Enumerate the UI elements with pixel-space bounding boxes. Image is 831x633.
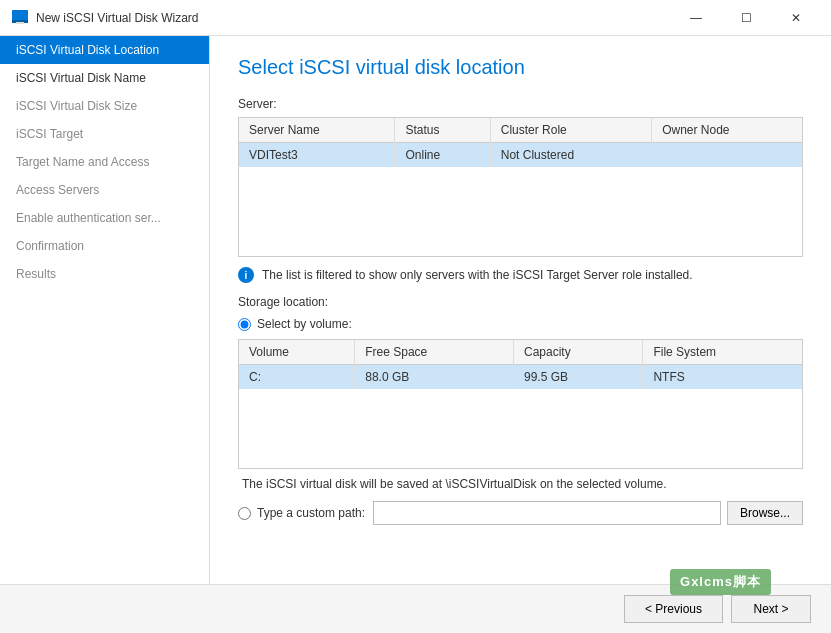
sidebar-item-access-servers: Access Servers	[0, 176, 209, 204]
cell-volume: C:	[239, 365, 355, 390]
next-button[interactable]: Next >	[731, 595, 811, 623]
minimize-button[interactable]: —	[673, 4, 719, 32]
col-file-system: File System	[643, 340, 802, 365]
sidebar-item-iscsi-virtual-disk-size: iSCSI Virtual Disk Size	[0, 92, 209, 120]
cell-cluster-role: Not Clustered	[490, 143, 651, 168]
cell-owner-node	[652, 143, 802, 168]
info-row: i The list is filtered to show only serv…	[238, 267, 803, 283]
volume-table: Volume Free Space Capacity File System C…	[239, 340, 802, 389]
cell-status: Online	[395, 143, 490, 168]
select-by-volume-radio[interactable]	[238, 318, 251, 331]
col-owner-node: Owner Node	[652, 118, 802, 143]
col-status: Status	[395, 118, 490, 143]
main-content: Select iSCSI virtual disk location Serve…	[210, 36, 831, 584]
previous-button[interactable]: < Previous	[624, 595, 723, 623]
storage-section-label: Storage location:	[238, 295, 803, 309]
info-message: The list is filtered to show only server…	[262, 268, 693, 282]
select-by-volume-row: Select by volume:	[238, 317, 803, 331]
cell-capacity: 99.5 GB	[514, 365, 643, 390]
server-section-label: Server:	[238, 97, 803, 111]
close-button[interactable]: ✕	[773, 4, 819, 32]
volume-table-container: Volume Free Space Capacity File System C…	[238, 339, 803, 469]
server-table: Server Name Status Cluster Role Owner No…	[239, 118, 802, 167]
col-cluster-role: Cluster Role	[490, 118, 651, 143]
title-bar: New iSCSI Virtual Disk Wizard — ☐ ✕	[0, 0, 831, 36]
custom-path-label: Type a custom path:	[257, 506, 365, 520]
table-row[interactable]: VDITest3 Online Not Clustered	[239, 143, 802, 168]
app-icon	[12, 10, 28, 26]
sidebar-item-iscsi-virtual-disk-name[interactable]: iSCSI Virtual Disk Name	[0, 64, 209, 92]
server-table-container: Server Name Status Cluster Role Owner No…	[238, 117, 803, 257]
sidebar: iSCSI Virtual Disk LocationiSCSI Virtual…	[0, 36, 210, 584]
save-path-text: The iSCSI virtual disk will be saved at …	[242, 477, 803, 491]
cell-free-space: 88.0 GB	[355, 365, 514, 390]
title-bar-controls: — ☐ ✕	[673, 4, 819, 32]
cell-server-name: VDITest3	[239, 143, 395, 168]
col-free-space: Free Space	[355, 340, 514, 365]
select-by-volume-label: Select by volume:	[257, 317, 352, 331]
custom-path-radio[interactable]	[238, 507, 251, 520]
custom-path-input[interactable]	[373, 501, 721, 525]
svg-rect-2	[16, 22, 24, 24]
sidebar-item-results: Results	[0, 260, 209, 288]
info-icon: i	[238, 267, 254, 283]
browse-button[interactable]: Browse...	[727, 501, 803, 525]
sidebar-item-iscsi-target: iSCSI Target	[0, 120, 209, 148]
custom-path-row: Type a custom path: Browse...	[238, 501, 803, 525]
wizard-body: iSCSI Virtual Disk LocationiSCSI Virtual…	[0, 36, 831, 584]
sidebar-item-iscsi-virtual-disk-location[interactable]: iSCSI Virtual Disk Location	[0, 36, 209, 64]
col-volume: Volume	[239, 340, 355, 365]
maximize-button[interactable]: ☐	[723, 4, 769, 32]
sidebar-item-confirmation: Confirmation	[0, 232, 209, 260]
col-capacity: Capacity	[514, 340, 643, 365]
sidebar-item-enable-authentication: Enable authentication ser...	[0, 204, 209, 232]
col-server-name: Server Name	[239, 118, 395, 143]
page-title: Select iSCSI virtual disk location	[238, 56, 803, 79]
sidebar-item-target-name-and-access: Target Name and Access	[0, 148, 209, 176]
cell-file-system: NTFS	[643, 365, 802, 390]
volume-table-row[interactable]: C: 88.0 GB 99.5 GB NTFS	[239, 365, 802, 390]
title-bar-text: New iSCSI Virtual Disk Wizard	[36, 11, 673, 25]
footer: < Previous Next > Cancel	[0, 584, 831, 633]
